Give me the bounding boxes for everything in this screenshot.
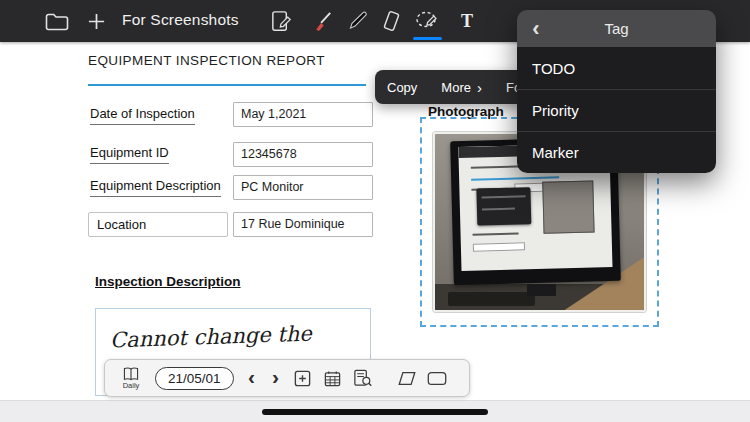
tag-menu-item-todo[interactable]: TODO xyxy=(517,47,716,89)
chevron-right-icon: › xyxy=(272,365,279,388)
plus-icon xyxy=(87,12,106,31)
eraser-tool-button[interactable] xyxy=(376,6,406,36)
field-value-equipment-id[interactable]: 12345678 xyxy=(233,142,373,167)
bottom-strip xyxy=(0,400,750,422)
photo-mini-photo xyxy=(542,181,595,234)
page-search-icon xyxy=(352,368,373,388)
add-page-toolbar-button[interactable] xyxy=(81,6,111,36)
folder-icon xyxy=(45,12,69,31)
field-value-date[interactable]: May 1,2021 xyxy=(233,102,373,127)
rectangle-tool-button[interactable] xyxy=(422,361,452,395)
photo-keyboard xyxy=(448,292,536,306)
tag-menu-item-marker[interactable]: Marker xyxy=(517,131,716,173)
more-button[interactable]: More› xyxy=(429,70,494,104)
notebook-title: For Screenshots xyxy=(122,11,239,29)
pen-tool-button[interactable] xyxy=(342,6,372,36)
app-screen: For Screenshots T EQUIPMENT INSPECTION R… xyxy=(0,0,750,422)
chevron-right-icon: › xyxy=(477,80,482,95)
photo-monitor-stand xyxy=(527,284,556,296)
field-label-equipment-id: Equipment ID xyxy=(90,146,169,164)
previous-day-button[interactable]: ‹ xyxy=(240,366,264,390)
active-tool-indicator xyxy=(413,37,442,40)
daily-label: Daily xyxy=(123,382,140,390)
document-pen-icon xyxy=(269,9,294,34)
daily-view-button[interactable]: Daily xyxy=(113,361,149,395)
annotation-tool-button[interactable] xyxy=(266,6,296,36)
tag-menu-popup: ‹ Tag TODO Priority Marker xyxy=(517,10,716,173)
copy-button[interactable]: Copy xyxy=(375,70,429,104)
add-page-button[interactable] xyxy=(288,361,318,395)
text-tool-button[interactable]: T xyxy=(452,6,482,36)
section-title: Inspection Description xyxy=(95,274,241,289)
chevron-left-icon: ‹ xyxy=(248,365,255,388)
brush-icon xyxy=(310,9,335,34)
tag-menu-item-priority[interactable]: Priority xyxy=(517,89,716,131)
eraser-icon xyxy=(379,9,404,34)
rounded-rectangle-icon xyxy=(426,369,448,388)
page-search-button[interactable] xyxy=(348,361,378,395)
field-label-location: Location xyxy=(88,212,228,237)
parallelogram-tool-button[interactable] xyxy=(392,361,422,395)
field-label-date: Date of Inspection xyxy=(90,107,195,125)
title-rule xyxy=(88,84,366,86)
handwriting-text: Cannot change the xyxy=(110,321,312,352)
pen-icon xyxy=(345,9,370,34)
tag-menu-title: Tag xyxy=(604,20,628,37)
photo-mini-box xyxy=(473,242,524,252)
tag-menu-list: TODO Priority Marker xyxy=(517,47,716,173)
home-indicator[interactable] xyxy=(262,409,488,415)
journal-toolbar: Daily 21/05/01 ‹ › xyxy=(104,359,470,397)
lasso-pen-icon xyxy=(414,8,440,34)
date-field[interactable]: 21/05/01 xyxy=(155,367,234,390)
field-value-equipment-description[interactable]: PC Monitor xyxy=(233,175,373,200)
text-tool-icon: T xyxy=(461,11,473,32)
brush-tool-button[interactable] xyxy=(307,6,337,36)
photo-mini-rule xyxy=(471,177,558,181)
page-title: EQUIPMENT INSPECTION REPORT xyxy=(88,53,325,68)
add-page-icon xyxy=(293,369,312,388)
documents-button[interactable] xyxy=(42,6,72,36)
back-button[interactable]: ‹ xyxy=(521,10,551,47)
calendar-icon xyxy=(323,369,342,388)
chevron-left-icon: ‹ xyxy=(532,16,539,41)
lasso-tool-button[interactable] xyxy=(412,6,442,36)
field-label-equipment-description: Equipment Description xyxy=(90,179,221,197)
parallelogram-icon xyxy=(396,369,418,388)
field-value-location[interactable]: 17 Rue Dominique xyxy=(233,212,373,237)
tag-menu-header: ‹ Tag xyxy=(517,10,716,47)
calendar-button[interactable] xyxy=(318,361,348,395)
daily-notebook-icon xyxy=(122,367,140,381)
next-day-button[interactable]: › xyxy=(264,366,288,390)
photo-mini-line xyxy=(473,232,518,235)
selection-context-menu: Copy More› For xyxy=(375,70,527,104)
photo-mini-popup xyxy=(476,187,531,226)
